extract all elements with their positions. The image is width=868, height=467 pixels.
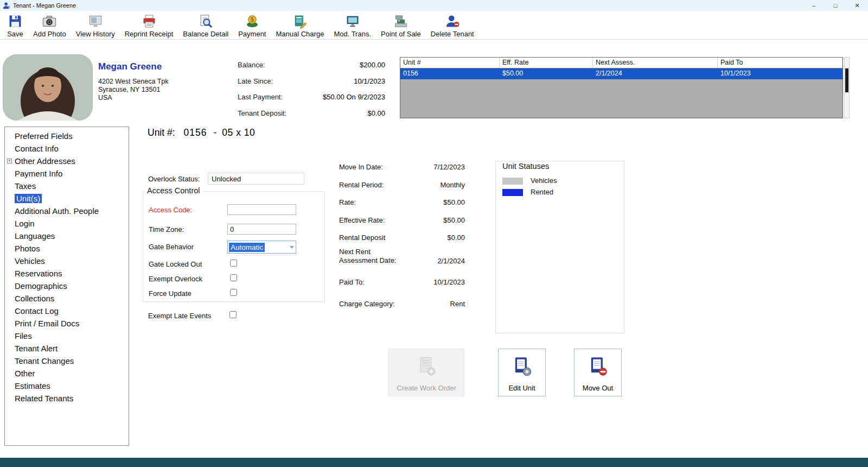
summary-balance: Balance: $200.00 xyxy=(238,61,385,77)
app-icon xyxy=(3,2,10,9)
toolbar-payment-label: Payment xyxy=(238,30,266,38)
gate-locked-out-checkbox[interactable] xyxy=(230,260,237,267)
toolbar-point-of-sale[interactable]: Point of Sale xyxy=(376,12,426,39)
time-zone-input[interactable] xyxy=(227,224,296,235)
sidebar-item-other[interactable]: Other xyxy=(5,367,129,380)
detail-rental-deposit: Rental Deposit $0.00 xyxy=(339,234,465,242)
sidebar-item-collections[interactable]: Collections xyxy=(5,292,129,305)
toolbar-manual-charge[interactable]: Manual Charge xyxy=(271,12,329,39)
toolbar-view-history-label: View History xyxy=(76,30,115,38)
detail-move-in-date: Move In Date: 7/12/2023 xyxy=(339,163,465,171)
sidebar-item-estimates[interactable]: Estimates xyxy=(5,380,129,392)
sidebar-item-label: Vehicles xyxy=(15,256,45,266)
sidebar-item-label: Tenant Changes xyxy=(15,356,74,365)
next-rent-assessment-value: 2/1/2024 xyxy=(437,257,465,265)
tenant-photo xyxy=(3,54,93,121)
close-button[interactable]: ✕ xyxy=(846,0,868,11)
edit-unit-icon xyxy=(511,356,533,379)
sidebar-item-files[interactable]: Files xyxy=(5,330,129,342)
window-title: Tenant - Megan Greene xyxy=(13,2,76,9)
time-zone-label: Time Zone: xyxy=(149,225,184,234)
column-unit-number[interactable]: Unit # xyxy=(400,58,500,68)
rental-period-label: Rental Period: xyxy=(339,181,384,189)
mod-trans-icon xyxy=(344,13,361,29)
sidebar-item-preferred-fields[interactable]: Preferred Fields xyxy=(5,130,129,142)
toolbar-reprint-receipt[interactable]: Reprint Receipt xyxy=(120,12,178,39)
unit-table-scrollbar[interactable] xyxy=(844,57,850,118)
sidebar-item-other-addresses[interactable]: +Other Addresses xyxy=(5,155,129,167)
detail-effective-rate: Effective Rate: $50.00 xyxy=(339,216,465,224)
exempt-late-events-checkbox[interactable] xyxy=(229,311,237,318)
address-line1: 4202 West Seneca Tpk xyxy=(98,78,168,86)
column-paid-to[interactable]: Paid To xyxy=(718,58,843,68)
effective-rate-label: Effective Rate: xyxy=(339,216,385,224)
delete-tenant-icon xyxy=(444,13,461,29)
unit-table-row-selected[interactable]: 0156 $50.00 2/1/2024 10/1/2023 xyxy=(400,68,843,79)
sidebar-item-login[interactable]: Login xyxy=(5,217,129,230)
exempt-overlock-label: Exempt Overlock xyxy=(149,275,202,283)
sidebar-item-taxes[interactable]: Taxes xyxy=(5,180,129,192)
unit-heading-size: 05 x 10 xyxy=(222,127,255,138)
sidebar-item-label: Print / Email Docs xyxy=(15,319,79,328)
exempt-overlock-checkbox[interactable] xyxy=(230,274,237,281)
sidebar-item-label: Photos xyxy=(15,244,40,253)
toolbar-balance-detail[interactable]: Balance Detail xyxy=(178,12,233,39)
unit-statuses-panel: Unit Statuses Vehicles Rented xyxy=(495,161,624,333)
create-work-order-button[interactable]: Create Work Order xyxy=(388,349,464,396)
toolbar-save[interactable]: Save xyxy=(2,12,28,39)
sidebar-item-units[interactable]: Unit(s) xyxy=(5,192,129,205)
sidebar-item-label: Languages xyxy=(15,231,55,241)
tenant-summary: Balance: $200.00 Late Since: 10/1/2023 L… xyxy=(238,61,385,125)
cell-next-assess: 2/1/2024 xyxy=(593,68,718,79)
summary-last-payment: Last Payment: $50.00 On 9/2/2023 xyxy=(238,93,385,109)
sidebar-item-contact-log[interactable]: Contact Log xyxy=(5,305,129,317)
sidebar-item-tenant-alert[interactable]: Tenant Alert xyxy=(5,342,129,355)
sidebar-nav: Preferred Fields Contact Info +Other Add… xyxy=(4,127,129,446)
access-code-input[interactable] xyxy=(227,204,296,215)
force-update-checkbox[interactable] xyxy=(230,289,237,296)
toolbar-mod-trans[interactable]: Mod. Trans. xyxy=(329,12,376,39)
unit-heading-label: Unit #: xyxy=(148,127,175,138)
chevron-down-icon[interactable] xyxy=(288,246,296,249)
toolbar-point-of-sale-label: Point of Sale xyxy=(381,30,421,38)
sidebar-item-languages[interactable]: Languages xyxy=(5,230,129,242)
sidebar-item-photos[interactable]: Photos xyxy=(5,242,129,255)
sidebar-item-related-tenants[interactable]: Related Tenants xyxy=(5,392,129,405)
vehicles-status-swatch xyxy=(502,178,523,185)
reprint-receipt-icon xyxy=(141,13,157,29)
scrollbar-thumb[interactable] xyxy=(845,68,848,92)
sidebar-item-reservations[interactable]: Reservations xyxy=(5,267,129,280)
sidebar-item-additional-auth-people[interactable]: Additional Auth. People xyxy=(5,205,129,217)
exempt-late-events-label: Exempt Late Events xyxy=(148,312,211,320)
column-next-assess[interactable]: Next Assess. xyxy=(593,58,718,68)
sidebar-item-print-email-docs[interactable]: Print / Email Docs xyxy=(5,317,129,330)
column-eff-rate[interactable]: Eff. Rate xyxy=(500,58,593,68)
sidebar-item-demographics[interactable]: Demographics xyxy=(5,280,129,292)
sidebar-item-tenant-changes[interactable]: Tenant Changes xyxy=(5,355,129,367)
sidebar-item-label: Preferred Fields xyxy=(15,131,73,141)
move-in-date-value: 7/12/2023 xyxy=(433,163,465,171)
sidebar-item-payment-info[interactable]: Payment Info xyxy=(5,167,129,180)
gate-behavior-select[interactable]: Automatic xyxy=(227,241,296,254)
move-out-icon xyxy=(587,356,609,379)
bottom-status-bar xyxy=(0,458,868,467)
address-line3: USA xyxy=(98,94,168,102)
move-out-button[interactable]: Move Out xyxy=(574,349,622,396)
minimize-button[interactable]: – xyxy=(803,0,825,11)
expand-icon[interactable]: + xyxy=(7,159,12,163)
toolbar-delete-tenant-label: Delete Tenant xyxy=(431,30,474,38)
toolbar-delete-tenant[interactable]: Delete Tenant xyxy=(426,12,479,39)
toolbar-payment[interactable]: $ Payment xyxy=(233,12,271,39)
rented-status-swatch xyxy=(502,189,523,196)
sidebar-item-contact-info[interactable]: Contact Info xyxy=(5,142,129,155)
sidebar-item-label: Estimates xyxy=(15,381,50,390)
sidebar-item-label: Contact Info xyxy=(15,144,59,153)
edit-unit-button[interactable]: Edit Unit xyxy=(498,349,546,396)
sidebar-item-vehicles[interactable]: Vehicles xyxy=(5,255,129,267)
overlock-status-label: Overlock Status: xyxy=(148,175,200,183)
toolbar-mod-trans-label: Mod. Trans. xyxy=(334,30,371,38)
toolbar-view-history[interactable]: View History xyxy=(71,12,120,39)
toolbar-balance-detail-label: Balance Detail xyxy=(183,30,228,38)
toolbar-add-photo[interactable]: Add Photo xyxy=(28,12,71,39)
maximize-button[interactable]: □ xyxy=(825,0,846,11)
